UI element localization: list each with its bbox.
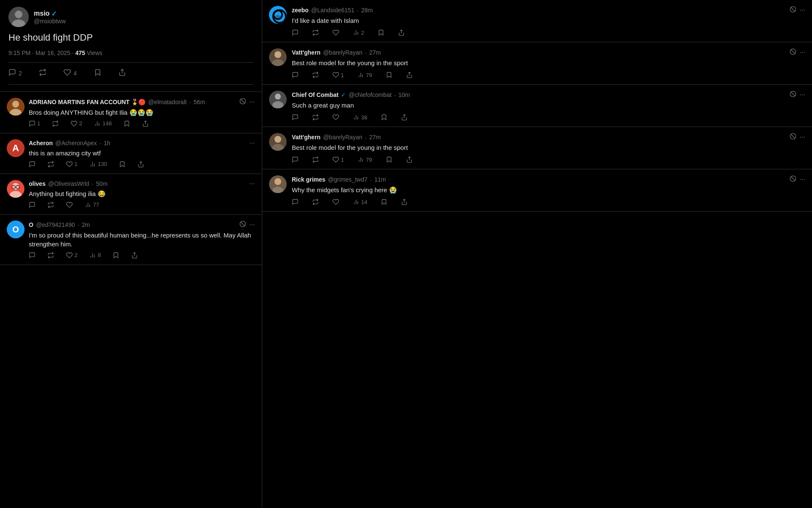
reply-adriano-time: 56m [194, 99, 205, 105]
svg-line-59 [791, 92, 795, 96]
tweet-chief-reply[interactable] [292, 114, 299, 121]
reply-adriano-retweet[interactable] [52, 120, 59, 127]
more-icon-rickgrimes[interactable]: ··· [800, 176, 805, 183]
more-icon[interactable]: ··· [250, 98, 255, 106]
tweet-zeebo-like[interactable] [332, 29, 339, 36]
tweet-vattghern1-text: Best role model for the young in the spo… [292, 58, 805, 67]
tweet-vattghern2-views[interactable]: 79 [357, 156, 372, 163]
tweet-chief-views[interactable]: 38 [353, 114, 367, 121]
tweet-rickgrimes-username[interactable]: Rick grimes [292, 176, 325, 183]
tweet-chief-retweet[interactable] [312, 114, 319, 121]
tweet-vattghern2-reply[interactable] [292, 156, 299, 163]
main-tweet-username[interactable]: msio ✓ [34, 10, 66, 18]
tweet-vattghern2-bookmark[interactable] [386, 156, 392, 163]
tweet-chief-bookmark[interactable] [381, 114, 387, 121]
reply-adriano-share[interactable] [142, 120, 149, 127]
more-icon-zeebo[interactable]: ··· [800, 6, 805, 14]
reply-acheron-actions: 1 130 [29, 161, 255, 168]
tweet-vattghern1-views-count: 79 [366, 72, 372, 78]
mute-icon-zeebo[interactable] [790, 6, 796, 14]
mute-icon-vattghern2[interactable] [790, 133, 796, 141]
reply-o-username[interactable]: O [29, 221, 33, 228]
more-icon-o[interactable]: ··· [250, 221, 255, 229]
mute-icon-chief[interactable] [790, 91, 796, 99]
share-icon [118, 69, 126, 78]
reply-o-views[interactable]: 8 [89, 252, 101, 259]
reply-o-reply[interactable] [29, 252, 36, 259]
reply-acheron-time: 1h [104, 140, 110, 146]
tweet-vattghern2-share[interactable] [406, 156, 413, 163]
reply-adriano-like[interactable]: 2 [71, 120, 82, 127]
tweet-vattghern2-text: Best role model for the young in the spo… [292, 143, 805, 152]
mute-icon-rickgrimes[interactable] [790, 175, 796, 184]
tweet-vattghern1-like[interactable]: 1 [332, 72, 344, 78]
reply-olives-like[interactable] [66, 202, 73, 208]
reply-acheron-retweet[interactable] [47, 161, 54, 168]
tweet-rick-retweet[interactable] [312, 199, 319, 205]
tweet-vattghern2-retweet[interactable] [312, 156, 319, 163]
tweet-vattghern1-reply[interactable] [292, 72, 299, 78]
reply-acheron-reply[interactable] [29, 161, 36, 168]
tweet-vattghern2-content: Vatt'ghern @barelyRayan · 27m ··· Best r… [292, 133, 805, 163]
like-action[interactable]: 4 [63, 69, 77, 78]
bookmark-action[interactable] [94, 69, 102, 78]
reply-acheron-header-icons: ··· [250, 139, 255, 147]
tweet-vattghern2-like[interactable]: 1 [332, 156, 344, 163]
reply-adriano-username[interactable]: ADRIANO MARTINS FAN ACCOUNT 🎖️🔴 [29, 99, 145, 105]
reply-adriano-bookmark[interactable] [123, 120, 130, 127]
tweet-vattghern1-share[interactable] [406, 72, 413, 78]
mute-icon-o[interactable] [239, 221, 246, 229]
reply-olives-username[interactable]: olives [29, 180, 46, 187]
tweet-rick-reply[interactable] [292, 199, 299, 205]
reply-acheron-views[interactable]: 130 [89, 161, 107, 168]
more-icon-olives[interactable]: ··· [250, 180, 255, 188]
tweet-zeebo-share[interactable] [398, 29, 405, 36]
tweet-chiefofcombat-username[interactable]: Chief Of Combat [292, 91, 338, 98]
tweet-rick-views[interactable]: 14 [353, 199, 367, 205]
svg-point-36 [269, 6, 287, 24]
tweet-zeebo-username[interactable]: zeebo [292, 7, 309, 14]
reply-acheron-username[interactable]: Acheron [29, 140, 53, 146]
reply-olives-views[interactable]: 77 [85, 202, 99, 208]
tweet-vattghern1-bookmark[interactable] [386, 72, 392, 78]
mute-icon-vattghern1[interactable] [790, 48, 796, 57]
more-icon-acheron[interactable]: ··· [250, 139, 255, 147]
tweet-zeebo-views[interactable]: 2 [353, 29, 364, 36]
tweet-rick-bookmark[interactable] [381, 199, 387, 205]
tweet-rickgrimes: Rick grimes @grimes_twd7 · 11m ··· Why t… [262, 169, 812, 212]
reply-acheron-bookmark[interactable] [119, 161, 126, 168]
tweet-vattghern1-username[interactable]: Vatt'ghern [292, 49, 321, 56]
tweet-rick-share[interactable] [401, 199, 408, 205]
more-icon-vattghern1[interactable]: ··· [800, 49, 805, 56]
reply-olives-time: 50m [96, 180, 107, 187]
reply-adriano-reply-count: 1 [37, 120, 40, 127]
tweet-rick-like[interactable] [332, 199, 339, 205]
reply-acheron-share[interactable] [137, 161, 144, 168]
reply-adriano-views[interactable]: 148 [94, 120, 112, 127]
more-icon-chief[interactable]: ··· [800, 91, 805, 99]
tweet-chief-like[interactable] [332, 114, 339, 121]
tweet-vattghern1-views[interactable]: 79 [357, 72, 372, 78]
reply-o-share[interactable] [131, 252, 138, 259]
mute-icon[interactable] [239, 98, 246, 106]
tweet-zeebo-text: I'd like a date with Islam [292, 16, 805, 25]
tweet-zeebo-reply[interactable] [292, 29, 299, 36]
svg-point-1 [15, 11, 22, 18]
tweet-zeebo-bookmark[interactable] [378, 29, 384, 36]
reply-adriano-reply[interactable]: 1 [29, 120, 40, 127]
more-icon-vattghern2[interactable]: ··· [800, 133, 805, 141]
reply-acheron-like[interactable]: 1 [66, 161, 77, 168]
tweet-chief-share[interactable] [401, 114, 408, 121]
tweet-rickgrimes-actions: 14 [292, 199, 805, 205]
reply-o-retweet[interactable] [47, 252, 54, 259]
share-action[interactable] [118, 69, 126, 78]
tweet-vattghern1-retweet[interactable] [312, 72, 319, 78]
reply-olives-reply[interactable] [29, 202, 36, 208]
reply-action[interactable]: 2 [8, 69, 22, 78]
retweet-action[interactable] [39, 69, 47, 78]
tweet-vattghern2-username[interactable]: Vatt'ghern [292, 134, 321, 141]
reply-o-like[interactable]: 2 [66, 252, 77, 259]
tweet-zeebo-retweet[interactable] [312, 29, 319, 36]
reply-o-bookmark[interactable] [112, 252, 119, 259]
reply-olives-retweet[interactable] [47, 202, 54, 208]
